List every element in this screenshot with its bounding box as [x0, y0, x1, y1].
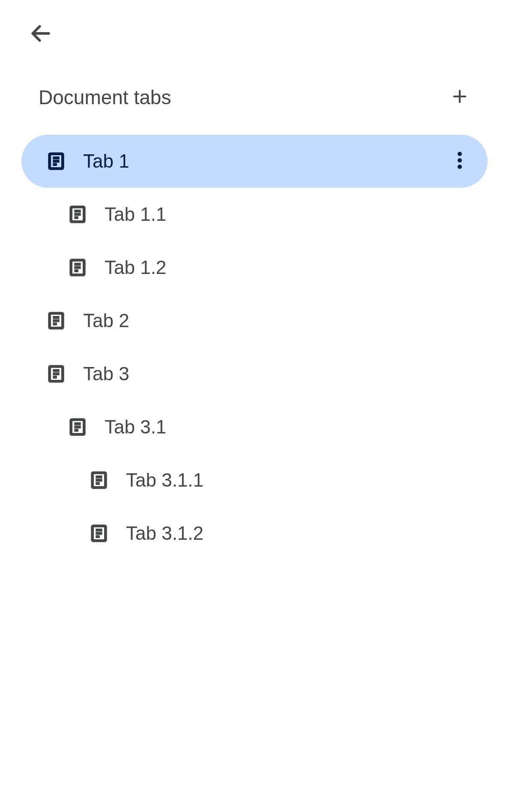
- tab-item[interactable]: Tab 3.1.1: [21, 454, 488, 507]
- tab-item[interactable]: Tab 3.1: [21, 400, 488, 454]
- tab-label: Tab 3.1.1: [126, 469, 204, 491]
- tab-more-button[interactable]: [449, 150, 470, 172]
- add-tab-button[interactable]: [449, 87, 470, 108]
- document-icon: [89, 470, 109, 490]
- document-icon: [89, 523, 109, 543]
- tab-label: Tab 3.1: [105, 416, 166, 438]
- tab-item[interactable]: Tab 1.2: [21, 241, 488, 294]
- svg-point-6: [458, 165, 462, 169]
- back-button[interactable]: [28, 21, 54, 47]
- tab-item[interactable]: Tab 1.1: [21, 188, 488, 241]
- document-icon: [46, 151, 66, 171]
- svg-point-4: [458, 152, 462, 156]
- more-vertical-icon: [458, 151, 462, 171]
- document-icon: [68, 258, 87, 277]
- tab-label: Tab 2: [83, 310, 129, 331]
- document-icon: [68, 417, 87, 437]
- tab-item[interactable]: Tab 3.1.2: [21, 507, 488, 560]
- tab-item[interactable]: Tab 2: [21, 294, 488, 347]
- tab-item[interactable]: Tab 1: [21, 135, 488, 188]
- svg-point-5: [458, 158, 462, 162]
- tab-label: Tab 3: [83, 363, 129, 385]
- tab-label: Tab 1: [83, 150, 129, 172]
- tab-list: Tab 1 Tab 1.1: [17, 135, 492, 560]
- document-icon: [68, 205, 87, 224]
- arrow-left-icon: [29, 21, 53, 47]
- tab-label: Tab 3.1.2: [126, 523, 204, 544]
- tab-item[interactable]: Tab 3: [21, 347, 488, 400]
- tab-label: Tab 1.1: [105, 204, 166, 225]
- plus-icon: [451, 88, 468, 107]
- document-icon: [46, 311, 66, 331]
- document-icon: [46, 364, 66, 384]
- panel-header: Document tabs: [17, 86, 492, 109]
- tab-label: Tab 1.2: [105, 257, 166, 278]
- panel-title: Document tabs: [39, 86, 171, 109]
